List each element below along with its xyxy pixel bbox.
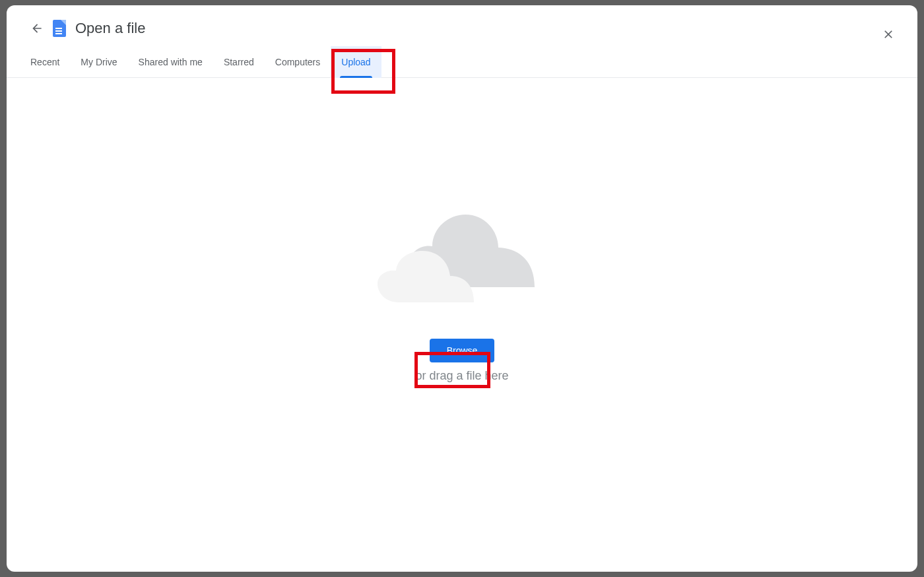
tab-starred[interactable]: Starred — [213, 46, 265, 78]
dialog-title: Open a file — [75, 20, 145, 37]
open-file-dialog: Open a file Recent My Drive Shared with … — [7, 5, 917, 572]
tab-my-drive[interactable]: My Drive — [70, 46, 127, 78]
tab-label: Starred — [224, 57, 254, 67]
cloud-front-icon — [376, 251, 475, 304]
cloud-icon — [376, 215, 548, 307]
close-button[interactable] — [878, 24, 899, 45]
tab-shared-with-me[interactable]: Shared with me — [128, 46, 213, 78]
close-icon — [882, 28, 895, 41]
back-button[interactable] — [29, 20, 45, 36]
tab-label: Recent — [30, 57, 59, 67]
tabs-row: Recent My Drive Shared with me Starred C… — [7, 46, 917, 78]
tab-label: My Drive — [81, 57, 117, 67]
docs-icon — [53, 20, 66, 37]
tab-recent[interactable]: Recent — [20, 46, 70, 78]
tab-label: Upload — [341, 57, 370, 67]
tab-label: Shared with me — [139, 57, 203, 67]
tab-computers[interactable]: Computers — [265, 46, 331, 78]
upload-area[interactable]: Browse or drag a file here — [7, 78, 917, 572]
tab-label: Computers — [275, 57, 320, 67]
tab-upload[interactable]: Upload — [331, 46, 381, 78]
browse-button[interactable]: Browse — [430, 339, 495, 362]
dialog-header: Open a file — [7, 5, 917, 46]
drag-hint-text: or drag a file here — [415, 369, 508, 383]
arrow-left-icon — [30, 22, 44, 35]
browse-button-label: Browse — [447, 345, 478, 356]
